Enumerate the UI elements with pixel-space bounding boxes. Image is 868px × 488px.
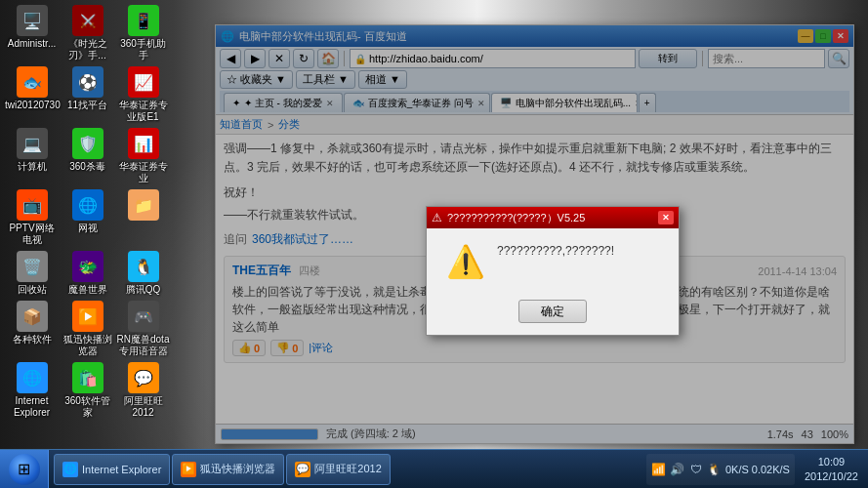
desktop-icon-ie[interactable]: 🌐 Internet Explorer: [5, 362, 59, 419]
start-button[interactable]: ⊞: [0, 450, 49, 489]
desktop-icon-wangwang[interactable]: 💬 阿里旺旺2012: [116, 362, 170, 419]
desktop-icon-qq[interactable]: 🐧 腾讯QQ: [116, 251, 170, 296]
twi-icon: 🐟: [17, 66, 48, 98]
qita-label: 各种软件: [5, 334, 59, 346]
desktop-icon-guangzhi[interactable]: ⚔️ 《时光之刃》手...: [61, 5, 114, 61]
computer-icon: 💻: [17, 128, 48, 159]
system-tray: 📶 🔊 🛡 🐧 0K/S 0.02K/S: [646, 454, 795, 485]
desktop-icon-wangshi[interactable]: 🌐 网视: [61, 189, 114, 246]
desktop-icon-360safe[interactable]: 🛡️ 360杀毒: [61, 128, 114, 184]
modal-message-text: ??????????,???????!: [497, 243, 614, 260]
modal-content: ⚠️ ??????????,???????!: [427, 228, 679, 295]
clock[interactable]: 10:09 2012/10/22: [800, 455, 863, 483]
desktop-icon-twi[interactable]: 🐟 twi20120730: [5, 66, 59, 123]
admin-icon: 🖥️: [17, 5, 48, 36]
taskbar: ⊞ 🌐 Internet Explorer ▶️ 狐迅快播浏览器 💬 阿里旺旺2…: [0, 449, 868, 488]
huatai2-icon: 📊: [128, 128, 159, 159]
mobile-icon: 📱: [128, 5, 159, 36]
icon-row-7: 🌐 Internet Explorer 🛍️ 360软件管家 💬 阿里旺旺201…: [5, 362, 170, 419]
wangshi-icon: 🌐: [72, 189, 103, 221]
icon-row-6: 📦 各种软件 ▶️ 狐迅快播浏览器 🎮 RN魔兽dota专用语音器: [5, 301, 170, 357]
icon-row-2: 🐟 twi20120730 ⚽ 11找平台 📈 华泰证券专业版E1: [5, 66, 170, 123]
taskbar-kuaibo-label: 狐迅快播浏览器: [200, 462, 275, 476]
taskbar-running-apps: 🌐 Internet Explorer ▶️ 狐迅快播浏览器 💬 阿里旺旺201…: [49, 450, 641, 488]
recycle-label: 回收站: [5, 284, 59, 296]
mobile-label: 360手机助手: [116, 38, 170, 61]
twi-label: twi20120730: [5, 100, 59, 111]
tray-qq-icon: 🐧: [707, 462, 723, 477]
recycle-icon: 🗑️: [17, 251, 48, 282]
huatai2-label: 华泰证券专业: [116, 161, 170, 184]
huatai-icon: 📈: [128, 66, 159, 98]
desktop-icon-computer[interactable]: 💻 计算机: [5, 128, 59, 184]
desktop-icon-11zuqiu[interactable]: ⚽ 11找平台: [61, 66, 114, 123]
modal-warning-icon: ⚠️: [446, 243, 485, 280]
modal-buttons: 确定: [427, 295, 679, 335]
taskbar-ie-label: Internet Explorer: [82, 464, 161, 475]
tray-volume-icon: 🔊: [670, 462, 685, 477]
rndota-label: RN魔兽dota专用语音器: [116, 334, 170, 357]
360soft-icon: 🛍️: [72, 362, 103, 393]
desktop: 🖥️ Administr... ⚔️ 《时光之刃》手... 📱 360手机助手 …: [0, 0, 868, 488]
desktop-icon-folder[interactable]: 📁: [116, 189, 170, 246]
qita-icon: 📦: [17, 301, 48, 332]
guangzhi-icon: ⚔️: [72, 5, 103, 36]
taskbar-wangwang-icon: 💬: [295, 462, 310, 477]
folder-icon: 📁: [128, 189, 159, 221]
icon-row-1: 🖥️ Administr... ⚔️ 《时光之刃》手... 📱 360手机助手: [5, 5, 170, 61]
modal-overlay: ⚠ ???????????(?????）V5.25 ✕ ⚠️ ?????????…: [216, 25, 853, 443]
desktop-icon-360mobile[interactable]: 📱 360手机助手: [116, 5, 170, 61]
wangshi-label: 网视: [61, 223, 114, 234]
modal-close-button[interactable]: ✕: [658, 211, 674, 224]
taskbar-wangwang[interactable]: 💬 阿里旺旺2012: [286, 454, 390, 485]
pptv-label: PPTV网络电视: [5, 223, 59, 246]
taskbar-kuaibo[interactable]: ▶️ 狐迅快播浏览器: [172, 454, 284, 485]
modal-ok-button[interactable]: 确定: [518, 300, 587, 323]
modal-title-icon: ⚠: [432, 211, 442, 224]
desktop-icon-qita[interactable]: 📦 各种软件: [5, 301, 59, 357]
360safe-label: 360杀毒: [61, 161, 114, 173]
desktop-icon-pptv[interactable]: 📺 PPTV网络电视: [5, 189, 59, 246]
desktop-icon-rndota[interactable]: 🎮 RN魔兽dota专用语音器: [116, 301, 170, 357]
taskbar-ie[interactable]: 🌐 Internet Explorer: [54, 454, 170, 485]
11zuqiu-icon: ⚽: [72, 66, 103, 98]
360soft-label: 360软件管家: [61, 395, 114, 419]
moshi-label: 魔兽世界: [61, 284, 114, 296]
clock-date: 2012/10/22: [805, 469, 858, 483]
modal-dialog: ⚠ ???????????(?????）V5.25 ✕ ⚠️ ?????????…: [426, 206, 680, 336]
wangwang-label: 阿里旺旺2012: [116, 395, 170, 419]
icon-row-5: 🗑️ 回收站 🐲 魔兽世界 🐧 腾讯QQ: [5, 251, 170, 296]
ie-icon: 🌐: [17, 362, 48, 393]
desktop-icon-kuaibo[interactable]: ▶️ 狐迅快播浏览器: [61, 301, 114, 357]
11zuqiu-label: 11找平台: [61, 100, 114, 111]
ie-label: Internet Explorer: [5, 395, 59, 419]
guangzhi-label: 《时光之刃》手...: [61, 38, 114, 61]
tray-status: 0K/S: [725, 464, 749, 475]
360safe-icon: 🛡️: [72, 128, 103, 159]
clock-time: 10:09: [805, 455, 858, 468]
desktop-icon-huatai[interactable]: 📈 华泰证券专业版E1: [116, 66, 170, 123]
modal-title-bar: ⚠ ???????????(?????）V5.25 ✕: [427, 207, 679, 228]
tray-network-icon: 📶: [651, 462, 667, 477]
taskbar-ie-icon: 🌐: [62, 462, 78, 477]
modal-title-text: ???????????(?????）V5.25: [447, 211, 653, 225]
desktop-icon-moshi[interactable]: 🐲 魔兽世界: [61, 251, 114, 296]
wangwang-icon: 💬: [128, 362, 159, 393]
desktop-icon-huatai2[interactable]: 📊 华泰证券专业: [116, 128, 170, 184]
kuaibo-icon: ▶️: [72, 301, 103, 332]
start-orb: ⊞: [9, 454, 40, 485]
desktop-icon-admin[interactable]: 🖥️ Administr...: [5, 5, 59, 61]
taskbar-right: 📶 🔊 🛡 🐧 0K/S 0.02K/S 10:09 2012/10/22: [641, 450, 868, 488]
rndota-icon: 🎮: [128, 301, 159, 332]
pptv-icon: 📺: [17, 189, 48, 221]
taskbar-wangwang-label: 阿里旺旺2012: [314, 462, 381, 476]
kuaibo-label: 狐迅快播浏览器: [61, 334, 114, 357]
tray-speed: 0.02K/S: [752, 464, 790, 475]
taskbar-kuaibo-icon: ▶️: [181, 462, 196, 477]
desktop-icon-360soft[interactable]: 🛍️ 360软件管家: [61, 362, 114, 419]
moshi-icon: 🐲: [72, 251, 103, 282]
desktop-icon-recycle[interactable]: 🗑️ 回收站: [5, 251, 59, 296]
browser-window: 🌐 电脑中部分软件出现乱码- 百度知道 — □ ✕ ◀ ▶ ✕ ↻ 🏠 🔒 ht…: [215, 24, 854, 444]
computer-label: 计算机: [5, 161, 59, 173]
desktop-icons-container: 🖥️ Administr... ⚔️ 《时光之刃》手... 📱 360手机助手 …: [5, 5, 170, 424]
